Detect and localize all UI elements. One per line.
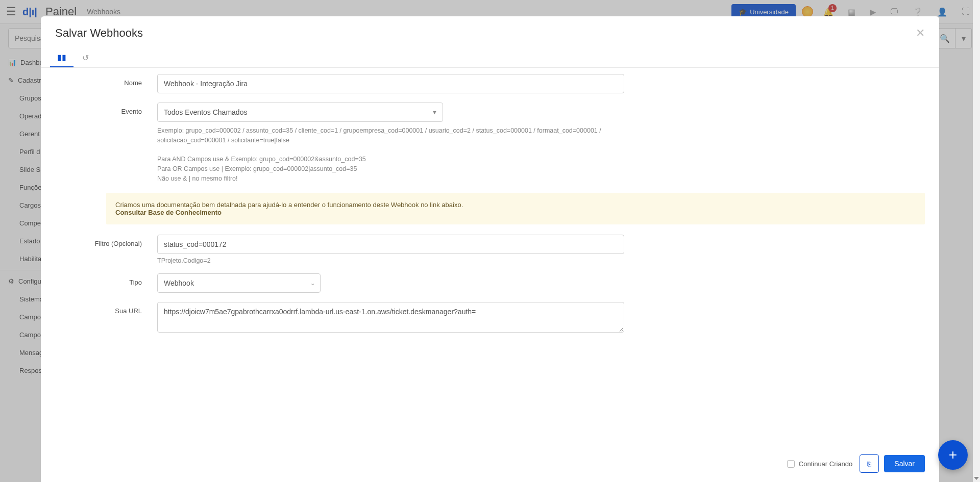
chevron-down-icon: ⌄ [310, 280, 315, 286]
label-filtro: Filtro (Opcional) [55, 235, 157, 247]
book-icon: ▮▮ [57, 53, 66, 62]
tipo-select[interactable]: Webhook ⌄ [157, 273, 321, 293]
tab-form[interactable]: ▮▮ [50, 48, 74, 67]
webhook-modal: Salvar Webhooks ✕ ▮▮ ↺ Nome Evento Todos… [41, 16, 939, 482]
label-nome: Nome [55, 74, 157, 87]
label-url: Sua URL [55, 302, 157, 315]
fab-add[interactable]: + [938, 440, 968, 470]
plus-icon: + [949, 447, 957, 463]
label-tipo: Tipo [55, 273, 157, 286]
history-icon: ↺ [82, 53, 89, 63]
close-icon: ✕ [916, 27, 925, 39]
nome-input[interactable] [157, 74, 624, 93]
knowledge-base-link[interactable]: Consultar Base de Conhecimento [115, 209, 222, 216]
modal-footer: Continuar Criando ⎘ Salvar [41, 445, 939, 482]
evento-select[interactable]: Todos Eventos Chamados ▼ [157, 103, 443, 122]
modal-header: Salvar Webhooks ✕ [41, 16, 939, 48]
evento-help: Exemplo: grupo_cod=000002 / assunto_cod=… [157, 126, 624, 184]
filtro-hint: TProjeto.Codigo=2 [157, 257, 624, 264]
info-banner: Criamos uma documentação bem detalhada p… [106, 193, 925, 224]
filtro-input[interactable] [157, 235, 624, 254]
modal-title: Salvar Webhooks [55, 27, 143, 40]
checkbox-icon [787, 460, 795, 468]
copy-button[interactable]: ⎘ [860, 454, 879, 473]
copy-icon: ⎘ [867, 460, 871, 468]
label-evento: Evento [55, 103, 157, 115]
modal-tabs: ▮▮ ↺ [41, 48, 939, 68]
url-input[interactable] [157, 302, 624, 333]
tab-history[interactable]: ↺ [74, 48, 97, 67]
close-button[interactable]: ✕ [916, 27, 925, 40]
scrollbar[interactable] [973, 0, 980, 482]
continuar-checkbox[interactable]: Continuar Criando [787, 460, 853, 468]
salvar-button[interactable]: Salvar [884, 455, 925, 472]
chevron-down-icon: ▼ [432, 109, 437, 115]
modal-body: Nome Evento Todos Eventos Chamados ▼ Exe… [41, 68, 939, 445]
